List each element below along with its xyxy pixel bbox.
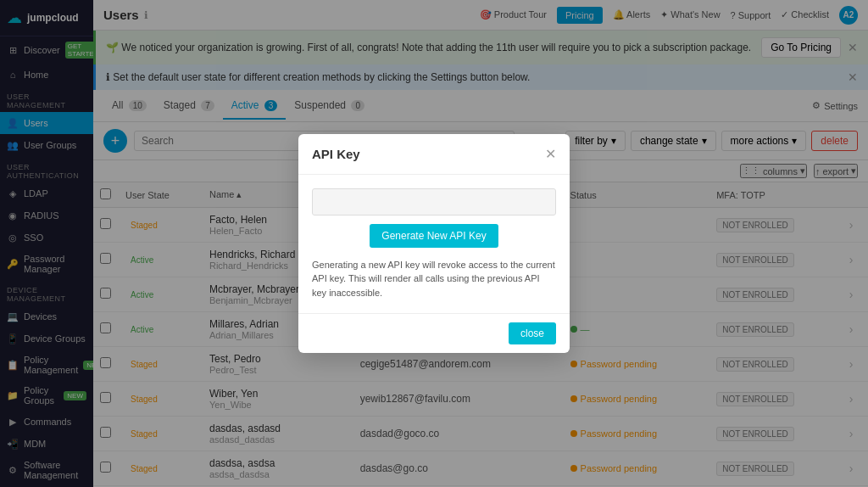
modal-header: API Key ✕ xyxy=(298,134,570,175)
api-key-warning: Generating a new API key will revoke acc… xyxy=(312,258,556,300)
modal-body: Generate New API Key Generating a new AP… xyxy=(298,175,570,314)
modal-title: API Key xyxy=(312,147,360,161)
generate-api-key-button[interactable]: Generate New API Key xyxy=(370,224,498,248)
modal-close-button[interactable]: ✕ xyxy=(545,146,556,162)
modal-footer: close xyxy=(298,313,570,353)
api-key-modal: API Key ✕ Generate New API Key Generatin… xyxy=(298,134,570,354)
modal-close-btn[interactable]: close xyxy=(509,322,556,344)
api-key-field xyxy=(312,188,556,216)
modal-overlay: API Key ✕ Generate New API Key Generatin… xyxy=(0,0,868,487)
